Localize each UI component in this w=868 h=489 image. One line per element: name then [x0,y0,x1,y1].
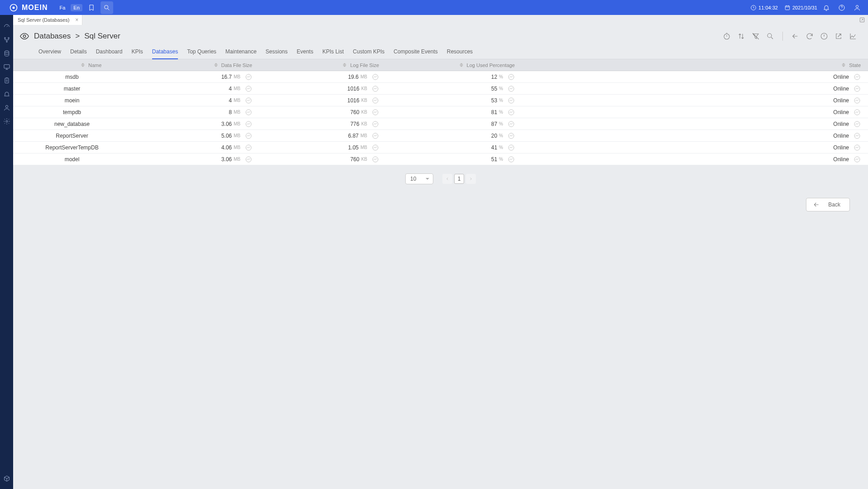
history-icon[interactable] [854,132,861,139]
subtab-dashboard[interactable]: Dashboard [96,46,123,59]
lang-en-button[interactable]: En [71,4,82,11]
col-header-name[interactable]: Name [13,62,131,68]
history-icon[interactable] [245,132,252,139]
sidebar-item-settings[interactable] [0,115,13,128]
history-icon[interactable] [245,120,252,128]
subtab-overview[interactable]: Overview [38,46,61,59]
history-icon[interactable] [508,109,515,116]
history-icon[interactable] [508,73,515,81]
history-icon[interactable] [854,85,861,92]
svg-rect-12 [5,78,9,83]
help-button[interactable] [835,1,848,14]
history-icon[interactable] [372,85,379,92]
table-row[interactable]: ReportServer5.06 MB6.87 MB20 %Online [13,130,868,142]
history-icon[interactable] [508,120,515,128]
svg-point-10 [5,51,9,53]
table-row[interactable]: ReportServerTempDB4.06 MB1.05 MB41 %Onli… [13,142,868,153]
history-icon[interactable] [372,156,379,163]
history-icon[interactable] [372,144,379,151]
action-chart[interactable] [847,30,859,42]
history-icon[interactable] [854,144,861,151]
table-row[interactable]: tempdb8 MB760 KB81 %Online [13,106,868,118]
subtab-details[interactable]: Details [70,46,87,59]
sidebar-item-dashboard[interactable] [0,19,13,33]
history-icon[interactable] [854,156,861,163]
user-profile-button[interactable] [851,1,863,14]
col-header-data-file-size[interactable]: Data File Size [131,62,258,68]
history-icon[interactable] [854,97,861,104]
history-icon[interactable] [245,85,252,92]
sidebar-item-topology[interactable] [0,33,13,47]
action-schedule[interactable] [721,30,733,42]
cell-state: Online [520,144,868,151]
history-icon[interactable] [854,73,861,81]
back-button[interactable]: Back [806,198,850,211]
page-number[interactable]: 1 [454,174,464,184]
subtab-resources[interactable]: Resources [447,46,473,59]
subtab-maintenance[interactable]: Maintenance [225,46,257,59]
subtab-kpis[interactable]: KPIs [131,46,143,59]
action-refresh[interactable] [804,30,815,42]
history-icon[interactable] [372,97,379,104]
history-icon[interactable] [372,132,379,139]
cell-name: msdb [13,74,131,80]
table-row[interactable]: moein4 MB1016 KB53 %Online [13,95,868,106]
history-icon[interactable] [245,97,252,104]
search-button[interactable] [101,1,113,14]
history-icon[interactable] [854,120,861,128]
history-icon[interactable] [245,109,252,116]
subtab-events[interactable]: Events [297,46,313,59]
action-filter-off[interactable] [750,30,762,42]
document-tab[interactable]: Sql Server (Databases) × [13,15,82,25]
bookmark-button[interactable] [85,1,98,14]
history-icon[interactable] [245,73,252,81]
sidebar-item-alerts[interactable] [0,87,13,101]
action-search[interactable] [764,30,776,42]
history-icon[interactable] [245,144,252,151]
subtab-top-queries[interactable]: Top Queries [187,46,216,59]
action-back[interactable] [789,30,801,42]
database-icon [3,50,10,57]
action-sort[interactable] [735,30,747,42]
subtab-databases[interactable]: Databases [152,46,178,59]
subtab-sessions[interactable]: Sessions [266,46,288,59]
page-prev-button[interactable] [442,174,452,184]
col-header-state[interactable]: State [520,62,868,68]
table-row[interactable]: msdb16.7 MB19.6 MB12 %Online [13,71,868,83]
lang-fa-button[interactable]: Fa [57,4,68,11]
page-size-select[interactable]: 10 [405,173,433,184]
sidebar-item-monitor[interactable] [0,60,13,74]
sidebar-item-app[interactable] [0,472,13,485]
cell-data-file-size: 5.06 MB [131,132,258,139]
subtab-kpis-list[interactable]: KPIs List [322,46,344,59]
notifications-button[interactable] [820,1,833,14]
history-icon[interactable] [372,109,379,116]
history-icon[interactable] [372,73,379,81]
history-icon[interactable] [508,97,515,104]
close-tab-button[interactable]: × [75,17,78,23]
sidebar-item-reports[interactable] [0,74,13,87]
history-icon[interactable] [508,144,515,151]
history-icon[interactable] [372,120,379,128]
page-next-button[interactable] [466,174,476,184]
col-header-log-used-pct[interactable]: Log Used Percentage [384,62,520,68]
subtab-composite-events[interactable]: Composite Events [393,46,437,59]
maximize-button[interactable] [858,16,866,24]
history-icon[interactable] [508,85,515,92]
action-info[interactable] [818,30,830,42]
svg-point-1 [13,6,15,9]
table-row[interactable]: model3.06 MB760 KB51 %Online [13,153,868,165]
col-header-log-file-size[interactable]: Log File Size [258,62,384,68]
table-row[interactable]: master4 MB1016 KB55 %Online [13,83,868,95]
history-icon[interactable] [508,156,515,163]
subtab-custom-kpis[interactable]: Custom KPIs [353,46,384,59]
sort-arrows-icon [842,62,846,68]
history-icon[interactable] [245,156,252,163]
sidebar-item-databases[interactable] [0,47,13,60]
action-open[interactable] [833,30,844,42]
sidebar-item-users[interactable] [0,101,13,115]
table-row[interactable]: new_database3.06 MB776 KB87 %Online [13,118,868,130]
history-icon[interactable] [854,109,861,116]
cell-state: Online [520,97,868,104]
history-icon[interactable] [508,132,515,139]
